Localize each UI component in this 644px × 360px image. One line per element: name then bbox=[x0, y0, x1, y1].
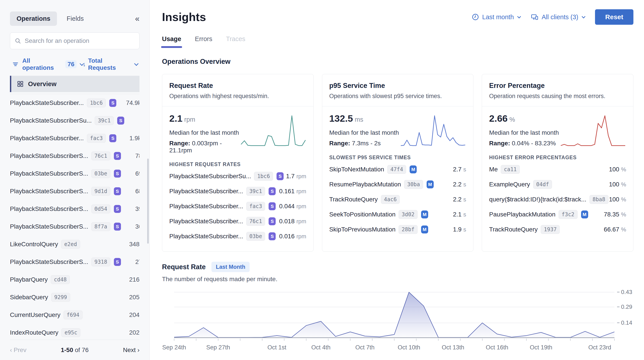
sparkline-chart bbox=[560, 114, 626, 147]
operation-list-item[interactable]: PlaybarQuerycd48216 bbox=[10, 271, 140, 288]
operation-type-badge-m: M bbox=[581, 210, 588, 218]
operation-list-item[interactable]: LikeControlQuerye2ed348 bbox=[10, 235, 140, 253]
operations-overview-heading: Operations Overview bbox=[162, 58, 634, 66]
operation-list-item[interactable]: PlaybackStateSubscriberS...03beS695 bbox=[10, 165, 140, 182]
operation-name: PausePlaybackMutation bbox=[489, 211, 555, 218]
collapse-sidebar-icon[interactable]: « bbox=[135, 14, 140, 24]
card-operation-row[interactable]: PlaybackStateSubscriber...76c1S0.018rpm bbox=[169, 214, 306, 229]
card-operation-row[interactable]: ResumePlaybackMutation30baM2.2s bbox=[329, 177, 466, 192]
x-axis-tick-label: Oct 10th bbox=[398, 344, 420, 351]
operation-metric-unit: s bbox=[463, 211, 466, 218]
card-subtitle: Operation requests causing the most erro… bbox=[489, 93, 626, 100]
tab-errors[interactable]: Errors bbox=[195, 35, 212, 48]
request-rate-area-chart bbox=[162, 288, 615, 341]
stat-median-label: Median for the last month bbox=[169, 129, 240, 136]
operation-list-item[interactable]: IndexRouteQuerye95c202 bbox=[10, 324, 140, 340]
reset-button[interactable]: Reset bbox=[595, 9, 634, 25]
card-operation-row[interactable]: SeekToPositionMutation3d02M2.1s bbox=[329, 207, 466, 222]
operation-metric-unit: rpm bbox=[296, 233, 306, 240]
operation-metric-unit: % bbox=[621, 211, 626, 218]
operation-hash-chip: 4ac6 bbox=[381, 195, 400, 204]
card-operation-row[interactable]: query($trackId:ID!){track(id:$track...8b… bbox=[489, 192, 626, 207]
operations-list: PlaybackStateSubscriber...1bc6S74.9kPlay… bbox=[10, 94, 140, 340]
operation-type-badge-s: S bbox=[117, 117, 124, 125]
operation-hash-chip: 03be bbox=[91, 169, 110, 178]
operation-list-item[interactable]: PlaybackStateSubscriberS...8f7aS369 bbox=[10, 218, 140, 235]
operation-type-badge-m: M bbox=[421, 225, 428, 233]
card-operation-row[interactable]: SkipToNextMutation47f4M2.7s bbox=[329, 162, 466, 177]
time-range-dropdown[interactable]: Last month bbox=[472, 13, 520, 21]
card-operation-row[interactable]: PlaybackStateSubscriber...39c1S0.161rpm bbox=[169, 184, 306, 199]
y-axis-tick-label: 0.14 bbox=[617, 319, 632, 326]
operation-request-count: 202 bbox=[118, 329, 140, 336]
operation-hash-chip: 9318 bbox=[91, 257, 110, 266]
operation-name: SkipToNextMutation bbox=[329, 166, 384, 173]
x-axis-tick-label: Oct 16th bbox=[486, 344, 508, 351]
operation-name: CurrentUserQuery bbox=[10, 311, 60, 318]
operation-metric-value: 2.2 bbox=[453, 196, 462, 203]
sidebar-scrollbar[interactable] bbox=[147, 159, 149, 244]
card-operation-row[interactable]: SkipToPreviousMutation28bfM1.9s bbox=[329, 222, 466, 237]
operation-list-item[interactable]: PlaybackStateSubscriberS...9d1dS683 bbox=[10, 182, 140, 200]
clock-icon bbox=[472, 13, 479, 21]
overview-grid-icon bbox=[16, 80, 24, 88]
tab-usage[interactable]: Usage bbox=[162, 35, 181, 48]
overview-label: Overview bbox=[28, 80, 56, 88]
operation-list-item[interactable]: CurrentUserQueryf694204 bbox=[10, 306, 140, 324]
tab-traces[interactable]: Traces bbox=[226, 35, 246, 48]
y-axis-tick-label: 0.29 bbox=[617, 303, 632, 310]
operation-list-item[interactable]: PlaybackStateSubscriberS...76c1S781 bbox=[10, 147, 140, 165]
tab-fields[interactable]: Fields bbox=[60, 12, 90, 26]
search-input[interactable] bbox=[25, 37, 135, 44]
stat-value: 2.1rpm bbox=[169, 113, 240, 124]
search-icon bbox=[14, 38, 21, 44]
card-operation-row[interactable]: TrackRouteQuery4ac62.2s bbox=[329, 192, 466, 207]
operation-request-count: 683 bbox=[124, 188, 140, 195]
card-list-title: SLOWEST P95 SERVICE TIMES bbox=[329, 155, 466, 161]
card-operation-row[interactable]: PlaybackStateSubscriber...fac3S0.044rpm bbox=[169, 199, 306, 214]
operation-list-item[interactable]: PlaybackStateSubscriber...fac3S1.9k bbox=[10, 129, 140, 147]
x-axis-tick-label: Oct 1st bbox=[268, 344, 286, 351]
operation-request-count: 272 bbox=[124, 258, 140, 265]
x-axis-tick-label: Sep 24th bbox=[162, 344, 186, 351]
sort-dropdown[interactable]: ↓ Total Requests bbox=[83, 57, 137, 71]
operation-metric-value: 1.9 bbox=[453, 226, 462, 233]
operation-hash-chip: 3d02 bbox=[398, 210, 418, 219]
card-operation-row[interactable]: Meca11100% bbox=[489, 162, 626, 177]
card-operation-row[interactable]: PlaybackStateSubscriber...03beS0.016rpm bbox=[169, 229, 306, 244]
operation-list-item[interactable]: PlaybackStateSubscriberS...9318S272 bbox=[10, 253, 140, 271]
card-operation-row[interactable]: PausePlaybackMutationf3c2M78.35% bbox=[489, 207, 626, 222]
stat-range: Range: 7.3ms - 2s bbox=[329, 140, 400, 147]
operations-sidebar: Operations Fields « All operations 76 bbox=[0, 0, 150, 360]
filter-operations-dropdown[interactable]: All operations 76 bbox=[22, 57, 83, 71]
operation-list-item[interactable]: SidebarQuery9299205 bbox=[10, 288, 140, 306]
next-page-button[interactable]: Next › bbox=[123, 346, 140, 353]
card-operation-row[interactable]: PlaybackStateSubscriberSu...1bc6S1.7rpm bbox=[169, 169, 306, 184]
x-axis-tick-label: Oct 23rd bbox=[588, 344, 611, 351]
operation-hash-chip: 8f7a bbox=[91, 222, 110, 231]
chevron-down-icon bbox=[517, 15, 521, 18]
operation-type-badge-m: M bbox=[426, 180, 434, 188]
operation-name: PlaybackStateSubscriberS... bbox=[10, 170, 88, 177]
sidebar-item-overview[interactable]: Overview bbox=[10, 76, 140, 92]
card-operation-row[interactable]: TrackRouteQuery193766.67% bbox=[489, 222, 626, 237]
operation-hash-chip: f3c2 bbox=[558, 210, 578, 219]
operation-list-item[interactable]: PlaybackStateSubscriberSu...39c1S7k bbox=[10, 112, 140, 129]
overview-cards: Request RateOperations with highest requ… bbox=[162, 74, 634, 252]
operation-hash-chip: cd48 bbox=[51, 275, 70, 284]
card-operation-row[interactable]: ExampleQuery04df100% bbox=[489, 177, 626, 192]
clients-dropdown[interactable]: All clients (3) bbox=[530, 13, 584, 21]
operation-type-badge-s: S bbox=[268, 202, 276, 210]
operation-list-item[interactable]: PlaybackStateSubscriber...1bc6S74.9k bbox=[10, 94, 140, 112]
operation-metric-unit: s bbox=[463, 166, 466, 173]
request-rate-chart-subtitle: The number of requests made per minute. bbox=[162, 276, 634, 283]
tab-operations[interactable]: Operations bbox=[10, 12, 57, 26]
app-root: Operations Fields « All operations 76 bbox=[0, 0, 644, 360]
card-subtitle: Operations with slowest p95 service time… bbox=[329, 93, 466, 100]
pagination: ‹ Prev 1-50 of 76 Next › bbox=[10, 340, 140, 360]
operation-name: SkipToPreviousMutation bbox=[329, 226, 396, 233]
prev-page-button[interactable]: ‹ Prev bbox=[10, 346, 26, 353]
operation-list-item[interactable]: PlaybackStateSubscriberS...0d54S391 bbox=[10, 200, 140, 218]
sparkline-chart bbox=[400, 114, 466, 147]
insights-main: Insights Last month All clients (3) R bbox=[150, 0, 644, 360]
